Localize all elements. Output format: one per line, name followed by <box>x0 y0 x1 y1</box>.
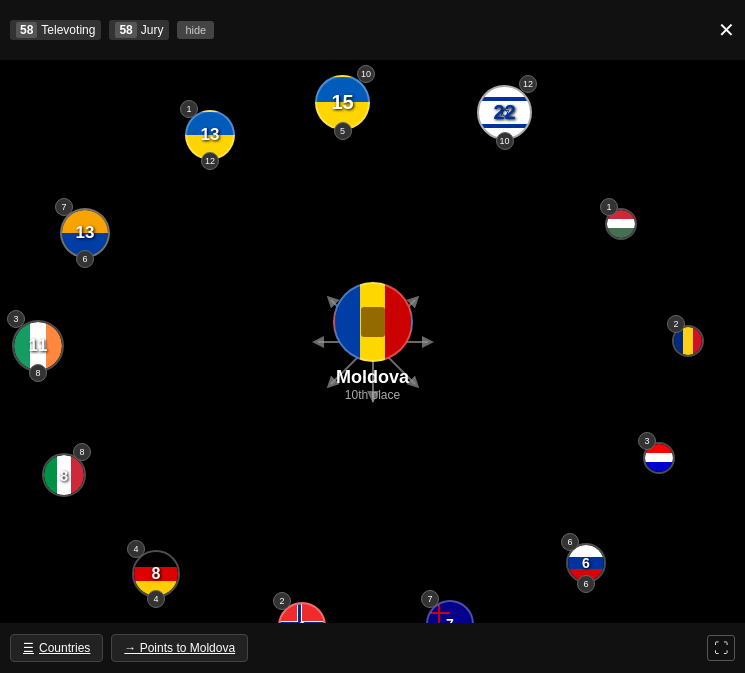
pts-badge: 8 <box>29 364 47 382</box>
pts-badge: 6 <box>76 250 94 268</box>
fullscreen-button[interactable]: ⛶ <box>707 635 735 661</box>
country-croatia[interactable]: 3 <box>643 442 675 474</box>
country-romania[interactable]: 2 <box>672 325 704 357</box>
rank-badge: 4 <box>127 540 145 558</box>
rank-badge: 7 <box>55 198 73 216</box>
pts-badge: 4 <box>147 590 165 608</box>
jury-label: Jury <box>141 23 164 37</box>
televoting-score: 58 <box>16 22 37 38</box>
main-visualization: Moldova 10th place 10 15 5 12 ✡ 22 10 1 <box>0 60 745 623</box>
country-russia[interactable]: 6 6 6 <box>566 543 606 583</box>
pts-badge: 6 <box>577 575 595 593</box>
rank-badge: 6 <box>561 533 579 551</box>
country-hungary[interactable]: 1 <box>605 208 637 240</box>
score: 8 <box>152 565 161 583</box>
rank-badge: 1 <box>600 198 618 216</box>
jury-badge: 58 Jury <box>109 20 169 40</box>
rank-badge: 8 <box>73 443 91 461</box>
pts-badge: 5 <box>334 122 352 140</box>
pts-badge: 10 <box>496 132 514 150</box>
score: 6 <box>582 555 590 571</box>
televoting-label: Televoting <box>41 23 95 37</box>
jury-score: 58 <box>115 22 136 38</box>
pts-badge: 12 <box>201 152 219 170</box>
score: 15 <box>331 91 353 114</box>
rank-badge: 2 <box>273 592 291 610</box>
top-bar: 58 Televoting 58 Jury hide ✕ <box>0 0 745 60</box>
country-germany[interactable]: 4 8 4 <box>132 550 180 598</box>
points-to-moldova-button[interactable]: → Points to Moldova <box>111 634 248 662</box>
rank-badge: 7 <box>421 590 439 608</box>
score: 11 <box>29 336 48 356</box>
rank-badge: 3 <box>638 432 656 450</box>
countries-button[interactable]: ☰ Countries <box>10 634 103 662</box>
center-country[interactable]: Moldova 10th place <box>333 282 413 402</box>
bottom-bar: ☰ Countries → Points to Moldova ⛶ <box>0 623 745 673</box>
score: 22 <box>493 101 515 124</box>
hide-button[interactable]: hide <box>177 21 214 39</box>
country-ireland[interactable]: 3 11 8 <box>12 320 64 372</box>
center-country-place: 10th place <box>333 388 413 402</box>
televoting-badge: 58 Televoting <box>10 20 101 40</box>
rank-badge: 3 <box>7 310 25 328</box>
rank-badge: 12 <box>519 75 537 93</box>
table-icon: ☰ <box>23 641 34 655</box>
rank-badge: 10 <box>357 65 375 83</box>
rank-badge: 1 <box>180 100 198 118</box>
country-topleft[interactable]: 1 13 12 <box>185 110 235 160</box>
score: 13 <box>201 125 220 145</box>
country-italy[interactable]: 8 8 <box>42 453 86 497</box>
country-leftupper[interactable]: 7 13 6 <box>60 208 110 258</box>
center-country-name: Moldova <box>333 367 413 388</box>
rank-badge: 2 <box>667 315 685 333</box>
close-button[interactable]: ✕ <box>718 18 735 42</box>
score: 13 <box>76 223 95 243</box>
country-ukraine[interactable]: 10 15 5 <box>315 75 370 130</box>
country-israel[interactable]: 12 ✡ 22 10 <box>477 85 532 140</box>
score: 8 <box>60 467 68 484</box>
